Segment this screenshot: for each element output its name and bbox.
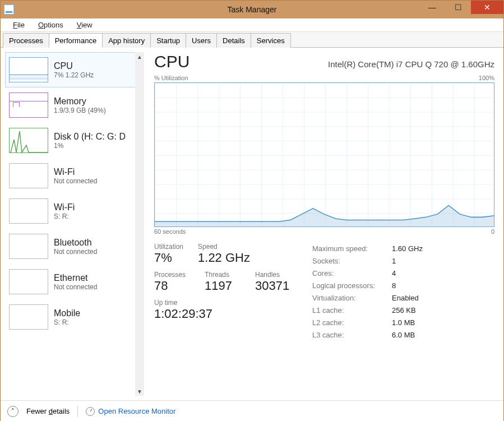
window-title: Task Manager xyxy=(228,5,277,14)
app-icon xyxy=(4,4,14,15)
menu-file[interactable]: File xyxy=(6,20,31,30)
speed-label: Speed xyxy=(198,243,250,251)
processes-value: 78 xyxy=(154,279,193,293)
stat-key: Maximum speed: xyxy=(312,243,386,255)
sidebar-item-cpu-0[interactable]: CPU7% 1.22 GHz xyxy=(5,52,136,87)
resource-monitor-icon xyxy=(86,407,95,416)
maximize-button[interactable]: ☐ xyxy=(445,1,471,14)
menu-view-label: iew xyxy=(81,21,93,29)
scroll-down-icon[interactable]: ▼ xyxy=(135,387,144,396)
stat-row: L2 cache:1.0 MB xyxy=(312,317,423,329)
sidebar-item-title: Ethernet xyxy=(54,273,97,283)
tab-users[interactable]: Users xyxy=(186,33,217,48)
handles-value: 30371 xyxy=(255,279,294,293)
sidebar-item-sub: 1.9/3.9 GB (49%) xyxy=(54,107,106,114)
resource-monitor-label: Open Resource Monitor xyxy=(98,407,175,415)
cpu-chart[interactable] xyxy=(154,82,494,227)
stat-key: Sockets: xyxy=(312,255,386,267)
sidebar: CPU7% 1.22 GHzMemory1.9/3.9 GB (49%)Disk… xyxy=(5,52,144,396)
uptime-label: Up time xyxy=(154,299,294,307)
window-buttons: — ☐ ✕ xyxy=(419,1,503,14)
menu-view[interactable]: View xyxy=(70,20,99,30)
stats: Utilization 7% Speed 1.22 GHz Processes … xyxy=(154,243,494,341)
fewer-details-label[interactable]: Fewer details xyxy=(26,407,70,415)
stat-key: L3 cache: xyxy=(312,329,386,341)
detail-pane: CPU Intel(R) Core(TM) i7 CPU Q 720 @ 1.6… xyxy=(144,52,499,396)
sidebar-item-gray-5[interactable]: BluetoothNot connected xyxy=(5,229,136,264)
tab-services[interactable]: Services xyxy=(251,33,291,48)
sidebar-item-sub: Not connected xyxy=(54,248,97,256)
sidebar-item-mem-1[interactable]: Memory1.9/3.9 GB (49%) xyxy=(5,87,136,123)
stat-value: 256 KB xyxy=(392,304,416,317)
stat-key: L1 cache: xyxy=(312,304,386,317)
gray-thumb-icon xyxy=(9,234,48,259)
stat-key: Virtualization: xyxy=(312,292,386,304)
uptime-value: 1:02:29:37 xyxy=(154,307,294,321)
scroll-track[interactable] xyxy=(135,61,144,387)
sidebar-item-sub: S: R: xyxy=(54,212,75,220)
menu-file-label: ile xyxy=(17,21,25,29)
sidebar-item-gray-7[interactable]: MobileS: R: xyxy=(5,299,136,335)
detail-title: CPU xyxy=(154,52,189,71)
disk-thumb-icon xyxy=(9,128,48,153)
open-resource-monitor-link[interactable]: Open Resource Monitor xyxy=(86,407,175,416)
fewer-details-chevron-icon[interactable]: ˄ xyxy=(7,406,19,417)
gray-thumb-icon xyxy=(9,269,48,294)
sidebar-item-sub: Not connected xyxy=(54,283,97,291)
stat-value: 4 xyxy=(392,267,396,280)
chart-xleft: 60 seconds xyxy=(154,228,186,235)
sidebar-item-title: Disk 0 (H: C: G: D xyxy=(54,132,126,142)
stat-row: L3 cache:6.0 MB xyxy=(312,329,423,341)
footer-divider xyxy=(77,406,78,417)
stat-row: Logical processors:8 xyxy=(312,280,423,292)
chart-ymax: 100% xyxy=(479,75,494,81)
sidebar-item-title: Memory xyxy=(54,96,106,107)
tabstrip: Processes Performance App history Startu… xyxy=(1,32,503,48)
mem-thumb-icon xyxy=(9,92,48,118)
sidebar-item-gray-6[interactable]: EthernetNot connected xyxy=(5,264,136,299)
sidebar-item-disk-2[interactable]: Disk 0 (H: C: G: D1% xyxy=(5,123,136,158)
minimize-button[interactable]: — xyxy=(419,1,445,14)
tab-processes[interactable]: Processes xyxy=(3,33,49,48)
sidebar-item-gray-3[interactable]: Wi-FiNot connected xyxy=(5,158,136,193)
stat-value: 1.60 GHz xyxy=(392,243,423,255)
menu-options-label: ptions xyxy=(44,21,63,29)
gray-thumb-icon xyxy=(9,304,48,330)
processes-label: Processes xyxy=(154,271,193,279)
menu-options[interactable]: Options xyxy=(31,20,70,30)
scroll-up-icon[interactable]: ▲ xyxy=(135,52,144,61)
menubar: File Options View xyxy=(1,18,503,32)
sidebar-scrollbar[interactable]: ▲ ▼ xyxy=(135,52,144,396)
tab-startup[interactable]: Startup xyxy=(150,33,186,48)
stat-value: 8 xyxy=(392,280,396,292)
chart-line-icon xyxy=(155,83,494,227)
stat-row: Maximum speed:1.60 GHz xyxy=(312,243,423,255)
stat-row: L1 cache:256 KB xyxy=(312,304,423,317)
tab-performance[interactable]: Performance xyxy=(49,33,103,48)
close-button[interactable]: ✕ xyxy=(471,1,503,14)
tab-app-history[interactable]: App history xyxy=(102,33,151,48)
stat-row: Cores:4 xyxy=(312,267,423,280)
titlebar[interactable]: Task Manager — ☐ ✕ xyxy=(1,1,503,18)
gray-thumb-icon xyxy=(9,198,48,224)
stat-value: 6.0 MB xyxy=(392,329,415,341)
gray-thumb-icon xyxy=(9,163,48,188)
tab-details[interactable]: Details xyxy=(216,33,251,48)
sidebar-item-title: Wi-Fi xyxy=(54,202,75,212)
client-area: CPU7% 1.22 GHzMemory1.9/3.9 GB (49%)Disk… xyxy=(1,48,503,400)
chart-ylabel: % Utilization xyxy=(154,75,188,81)
stat-value: 1 xyxy=(392,255,396,267)
stat-row: Sockets:1 xyxy=(312,255,423,267)
footer: ˄ Fewer details Open Resource Monitor xyxy=(1,400,503,421)
stat-key: Logical processors: xyxy=(312,280,386,292)
stat-row: Virtualization:Enabled xyxy=(312,292,423,304)
sidebar-item-gray-4[interactable]: Wi-FiS: R: xyxy=(5,193,136,229)
handles-label: Handles xyxy=(255,271,294,279)
threads-label: Threads xyxy=(205,271,244,279)
chart-xright: 0 xyxy=(491,228,494,235)
sidebar-item-title: Bluetooth xyxy=(54,238,97,248)
sidebar-item-title: Mobile xyxy=(54,308,80,318)
task-manager-window: Task Manager — ☐ ✕ File Options View Pro… xyxy=(0,0,504,421)
stat-key: L2 cache: xyxy=(312,317,386,329)
stat-value: 1.0 MB xyxy=(392,317,415,329)
